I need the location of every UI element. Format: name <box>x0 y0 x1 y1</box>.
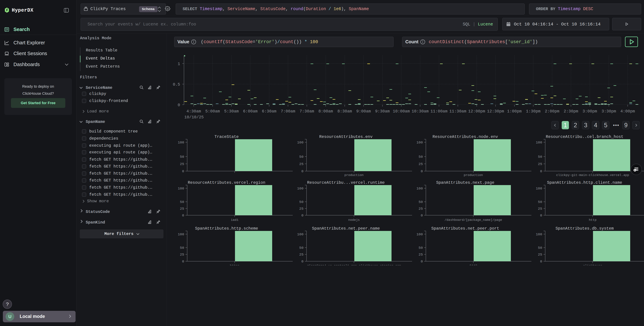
svg-text:0: 0 <box>301 214 304 217</box>
svg-text:50: 50 <box>538 155 542 159</box>
svg-text:100: 100 <box>416 232 423 236</box>
svg-text:1:30pm: 1:30pm <box>526 109 540 114</box>
svg-text:0: 0 <box>182 170 184 173</box>
svg-text:0: 0 <box>540 170 542 173</box>
svg-text:50: 50 <box>538 246 542 250</box>
svg-text:5:30am: 5:30am <box>224 109 239 114</box>
svg-text:SpanAttributes.http.scheme: SpanAttributes.http.scheme <box>195 226 258 231</box>
svg-text:25: 25 <box>538 207 542 211</box>
svg-text:50: 50 <box>180 200 184 204</box>
svg-text:4:00pm: 4:00pm <box>620 109 635 114</box>
svg-text:0: 0 <box>178 103 180 107</box>
svg-text:25: 25 <box>418 162 423 166</box>
svg-text:7:30am: 7:30am <box>300 109 314 114</box>
svg-text:100: 100 <box>536 140 542 144</box>
svg-text:0: 0 <box>301 260 304 263</box>
svg-text:2:00pm: 2:00pm <box>545 109 559 114</box>
svg-text:0: 0 <box>301 170 304 173</box>
svg-text:50: 50 <box>418 246 423 250</box>
svg-text:100: 100 <box>536 187 542 191</box>
svg-text:1: 1 <box>178 62 180 66</box>
svg-text:production: production <box>464 173 483 177</box>
svg-text:11:00am: 11:00am <box>430 109 448 114</box>
svg-text:http: http <box>589 218 596 222</box>
svg-text:ResourceAttributes.node.env: ResourceAttributes.node.env <box>432 134 498 139</box>
svg-text:12:30pm: 12:30pm <box>487 109 504 114</box>
svg-text:100: 100 <box>416 140 423 144</box>
svg-text:6:30am: 6:30am <box>262 109 276 114</box>
svg-text:25: 25 <box>180 207 184 211</box>
svg-text:ResourceAttribu..cel.branch_ho: ResourceAttribu..cel.branch_host <box>546 134 624 139</box>
svg-text:50: 50 <box>299 155 304 159</box>
svg-text:10:00am: 10:00am <box>393 109 410 114</box>
svg-text:25: 25 <box>418 207 423 211</box>
svg-text:8:30am: 8:30am <box>338 109 352 114</box>
svg-text:100: 100 <box>416 187 423 191</box>
svg-text:50: 50 <box>299 200 304 204</box>
svg-text:3:30pm: 3:30pm <box>602 109 616 114</box>
svg-text:25: 25 <box>299 162 304 166</box>
svg-text:0: 0 <box>421 260 423 263</box>
svg-text:0: 0 <box>182 260 184 263</box>
svg-text:50: 50 <box>538 200 542 204</box>
svg-text:iad1: iad1 <box>231 218 238 222</box>
svg-text:7:00am: 7:00am <box>281 109 295 114</box>
svg-text:10/10/25: 10/10/25 <box>184 115 204 119</box>
svg-text:1:00pm: 1:00pm <box>507 109 522 114</box>
svg-text:50: 50 <box>180 155 184 159</box>
svg-text:25: 25 <box>538 162 542 166</box>
svg-text:100: 100 <box>178 140 184 144</box>
svg-text:2:30pm: 2:30pm <box>564 109 578 114</box>
svg-text:9:00am: 9:00am <box>356 109 371 114</box>
svg-text:50: 50 <box>180 246 184 250</box>
svg-text:0: 0 <box>540 214 542 217</box>
svg-text:50: 50 <box>299 246 304 250</box>
svg-text:SpanAttributes.net.peer.port: SpanAttributes.net.peer.port <box>431 226 499 231</box>
svg-text:/dashboard/[package_name]/page: /dashboard/[package_name]/page <box>444 218 502 222</box>
svg-text:100: 100 <box>297 187 304 191</box>
svg-text:SpanAttributes.net.peer.name: SpanAttributes.net.peer.name <box>312 226 380 231</box>
svg-text:ResourceAttributes.vercel.regi: ResourceAttributes.vercel.region <box>188 180 266 185</box>
svg-text:nodejs: nodejs <box>348 218 360 222</box>
svg-text:25: 25 <box>418 253 423 257</box>
svg-text:TraceState: TraceState <box>214 134 239 139</box>
svg-text:12:00pm: 12:00pm <box>468 109 485 114</box>
svg-text:100: 100 <box>178 232 184 236</box>
svg-text:10:30am: 10:30am <box>412 109 429 114</box>
svg-text:0: 0 <box>421 214 423 217</box>
svg-text:50: 50 <box>418 200 423 204</box>
svg-text:clickpy-git-main-clickhouse.ve: clickpy-git-main-clickhouse.vercel.app <box>556 173 629 177</box>
svg-text:4:30am: 4:30am <box>186 109 201 114</box>
svg-text:9:30am: 9:30am <box>375 109 390 114</box>
svg-text:5:00am: 5:00am <box>205 109 220 114</box>
svg-text:25: 25 <box>180 253 184 257</box>
svg-text:production: production <box>344 173 364 177</box>
svg-text:25: 25 <box>538 253 542 257</box>
svg-text:0: 0 <box>421 170 423 173</box>
svg-text:0: 0 <box>182 214 184 217</box>
svg-text:SpanAttributes.db.system: SpanAttributes.db.system <box>556 226 614 231</box>
svg-text:100: 100 <box>297 140 304 144</box>
svg-text:11:30am: 11:30am <box>450 109 466 114</box>
svg-text:100: 100 <box>178 187 184 191</box>
svg-text:6:00am: 6:00am <box>243 109 258 114</box>
svg-text:100: 100 <box>536 232 542 236</box>
svg-text:25: 25 <box>180 162 184 166</box>
svg-text:SpanAttributes.http.client.nam: SpanAttributes.http.client.name <box>547 180 622 185</box>
svg-text:ResourceAttribu...vercel.runti: ResourceAttribu...vercel.runtime <box>307 180 385 185</box>
svg-text:SpanAttributes.next.page: SpanAttributes.next.page <box>436 180 494 185</box>
svg-text:25: 25 <box>299 253 304 257</box>
svg-text:3:00pm: 3:00pm <box>582 109 597 114</box>
svg-text:0: 0 <box>540 260 542 263</box>
svg-text:ResourceAttributes.env: ResourceAttributes.env <box>319 134 373 139</box>
svg-text:0.5: 0.5 <box>173 82 180 87</box>
svg-text:8:00am: 8:00am <box>318 109 333 114</box>
svg-text:25: 25 <box>299 207 304 211</box>
svg-text:50: 50 <box>418 155 423 159</box>
svg-text:100: 100 <box>297 232 304 236</box>
